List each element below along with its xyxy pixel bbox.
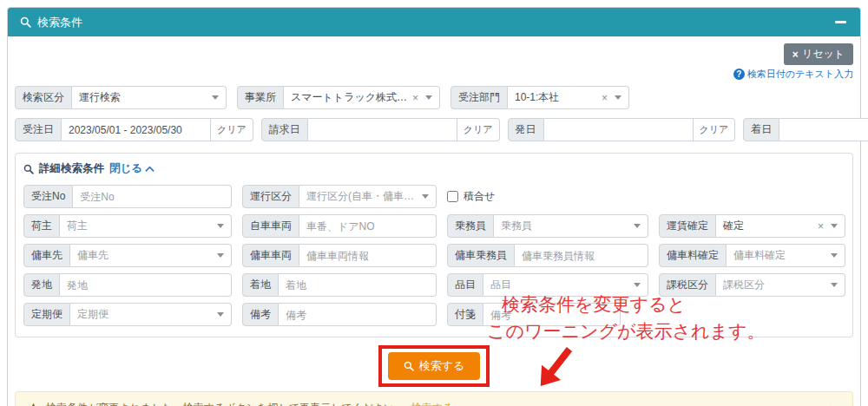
warning-close-icon[interactable]: ×	[829, 402, 837, 406]
order-date-group: 受注日 クリア	[15, 118, 253, 141]
jisha-sharyo-input[interactable]	[299, 214, 437, 238]
caret-down-icon	[217, 224, 224, 228]
fusen-label: 付箋	[447, 303, 483, 326]
depart-date-group: 発日 クリア	[508, 118, 736, 141]
detail-search-box: 詳細検索条件 閉じる 受注No 運行区分 運行区分(	[15, 153, 853, 337]
search-icon	[20, 16, 31, 28]
office-select[interactable]: スマートトラック株式会社(dev) ×	[284, 86, 440, 109]
clear-x-icon[interactable]: ×	[602, 93, 608, 103]
yosha-saki-select[interactable]: 傭車先	[70, 244, 232, 267]
reset-button[interactable]: ×リセット	[784, 43, 853, 65]
arrive-date-input[interactable]	[779, 118, 868, 141]
yosha-jomuin-input[interactable]	[515, 244, 648, 267]
yosha-saki-label: 傭車先	[23, 244, 70, 267]
unchin-kakutei-select[interactable]: 確定 ×	[716, 214, 845, 238]
order-date-clear-button[interactable]: クリア	[211, 118, 253, 141]
search-kubun-label: 検索区分	[15, 86, 72, 109]
chakuchi-label: 着地	[242, 273, 279, 297]
detail-close-link[interactable]: 閉じる	[109, 161, 155, 176]
caret-down-icon	[634, 283, 641, 287]
teikibin-select[interactable]: 定期便	[70, 303, 232, 326]
order-date-input[interactable]	[62, 118, 211, 141]
caret-down-icon	[831, 253, 838, 258]
jomuin-group: 乗務員 乗務員	[447, 214, 648, 238]
hinmoku-label: 品目	[447, 273, 483, 297]
order-dept-select[interactable]: 10-1:本社 ×	[508, 86, 629, 109]
page-title: 検索条件	[37, 15, 82, 30]
depart-date-label: 発日	[508, 118, 544, 141]
ninushi-group: 荷主 荷主	[23, 214, 232, 238]
teikibin-group: 定期便 定期便	[23, 303, 232, 326]
unko-kubun-select[interactable]: 運行区分(自車・傭車・その他)	[299, 185, 437, 208]
hatchi-input[interactable]	[60, 273, 232, 297]
unko-kubun-label: 運行区分	[242, 185, 299, 208]
caret-down-icon	[422, 194, 429, 199]
caret-down-icon	[634, 224, 641, 228]
teikibin-label: 定期便	[23, 303, 70, 326]
billing-date-clear-button[interactable]: クリア	[457, 118, 500, 141]
caret-down-icon	[831, 224, 838, 228]
yoshar-kakutei-select[interactable]: 傭車料確定	[727, 244, 845, 267]
search-conditions-card: 検索条件 ×リセット ? 検索日付のテキスト入力 検索区分	[7, 7, 861, 406]
search-kubun-select[interactable]: 運行検索	[72, 86, 227, 109]
office-label: 事業所	[237, 86, 284, 109]
chakuchi-input[interactable]	[279, 273, 437, 297]
jomuin-label: 乗務員	[447, 214, 494, 238]
clear-x-icon[interactable]: ×	[412, 93, 418, 103]
jomuin-select[interactable]: 乗務員	[494, 214, 648, 238]
caret-down-icon	[212, 95, 219, 100]
warning-search-link[interactable]: 検索する	[411, 401, 454, 406]
ninushi-select[interactable]: 荷主	[60, 214, 232, 238]
search-button-label: 検索する	[419, 358, 465, 374]
help-link[interactable]: ? 検索日付のテキスト入力	[733, 68, 853, 81]
unchin-kakutei-group: 運賃確定 確定 ×	[659, 214, 845, 238]
detail-search-title: 詳細検索条件	[39, 161, 104, 176]
card-header: 検索条件	[8, 8, 860, 36]
depart-date-clear-button[interactable]: クリア	[694, 118, 736, 141]
order-no-group: 受注No	[23, 185, 232, 208]
chakuchi-group: 着地	[242, 273, 437, 297]
order-dept-label: 受注部門	[450, 86, 508, 109]
detail-grid: 受注No 運行区分 運行区分(自車・傭車・その他) 積合せ	[23, 185, 845, 326]
detail-search-header: 詳細検索条件 閉じる	[23, 161, 845, 176]
unchin-kakutei-label: 運賃確定	[659, 214, 716, 238]
billing-date-input[interactable]	[308, 118, 457, 141]
minimize-button[interactable]	[832, 15, 848, 30]
order-no-input[interactable]	[73, 185, 232, 208]
yosha-jomuin-label: 傭車乗務員	[447, 244, 515, 267]
yosha-sharyo-label: 傭車車両	[242, 244, 299, 267]
arrive-date-group: 着日 クリア	[743, 118, 868, 141]
page: 検索条件 ×リセット ? 検索日付のテキスト入力 検索区分	[0, 0, 868, 406]
order-no-label: 受注No	[23, 185, 73, 208]
search-button[interactable]: 検索する	[388, 352, 481, 380]
help-link-label: 検索日付のテキスト入力	[747, 68, 853, 81]
caret-down-icon	[217, 253, 224, 258]
hatchi-group: 発地	[23, 273, 232, 297]
clear-x-icon[interactable]: ×	[818, 221, 824, 232]
yosha-sharyo-input[interactable]	[299, 244, 437, 267]
search-button-row: 検索する	[15, 345, 853, 387]
office-group: 事業所 スマートトラック株式会社(dev) ×	[237, 86, 440, 109]
warning-message: 検索条件が変更されました。検索するボタンを押して再表示してください。	[46, 401, 405, 406]
search-kubun-group: 検索区分 運行検索	[15, 86, 227, 109]
tsumiawase-checkbox[interactable]	[447, 191, 458, 202]
caret-down-icon	[217, 312, 224, 317]
billing-date-label: 請求日	[261, 118, 308, 141]
tsumiawase-label: 積合せ	[464, 189, 495, 204]
question-icon: ?	[733, 69, 745, 80]
chevron-up-icon	[145, 166, 155, 173]
x-icon: ×	[792, 49, 799, 61]
kazei-kubun-select[interactable]: 課税区分	[716, 273, 845, 297]
kazei-kubun-group: 課税区分 課税区分	[659, 273, 845, 297]
annotation-highlight-rect: 検索する	[378, 345, 490, 387]
arrive-date-label: 着日	[743, 118, 779, 141]
ninushi-label: 荷主	[23, 214, 60, 238]
yoshar-kakutei-group: 傭車料確定 傭車料確定	[659, 244, 845, 267]
yosha-jomuin-group: 傭車乗務員	[447, 244, 648, 267]
biko-label: 備考	[242, 303, 279, 326]
billing-date-group: 請求日 クリア	[261, 118, 500, 141]
biko-input[interactable]	[279, 303, 437, 326]
warning-bar: 検索条件が変更されました。検索するボタンを押して再表示してください。 検索する …	[15, 391, 853, 406]
depart-date-input[interactable]	[544, 118, 694, 141]
order-dept-group: 受注部門 10-1:本社 ×	[450, 86, 629, 109]
